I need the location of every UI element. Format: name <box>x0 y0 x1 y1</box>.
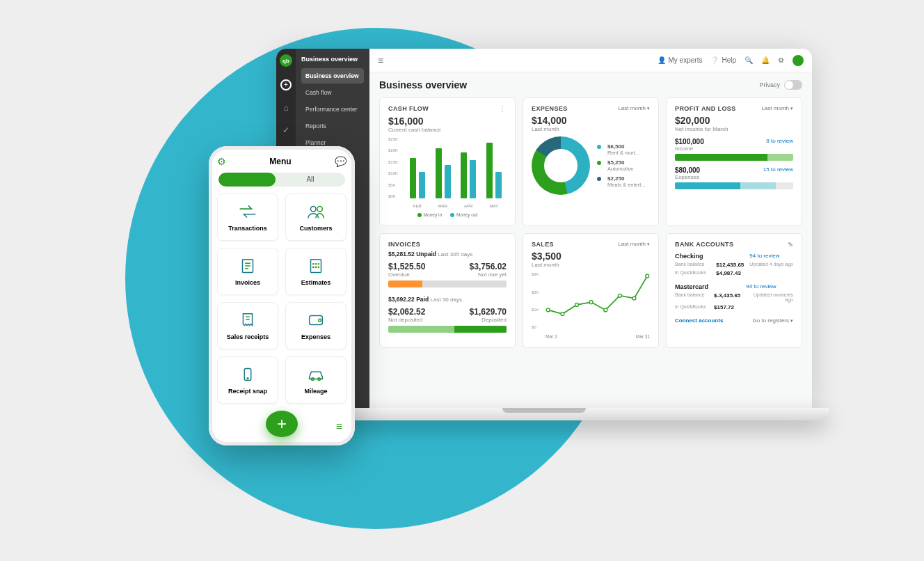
svg-point-19 <box>319 319 321 322</box>
svg-point-6 <box>632 297 636 300</box>
bank-account-mastercard[interactable]: Mastercard 94 to review Bank balance $-3… <box>675 283 793 310</box>
connect-accounts-link[interactable]: Connect accounts <box>675 317 723 324</box>
home-icon[interactable]: ⌂ <box>283 103 288 113</box>
card-expenses: EXPENSES Last month▾ $14,000 Last month … <box>523 97 659 226</box>
chevron-down-icon: ▾ <box>790 318 793 324</box>
nav-item-cash-flow[interactable]: Cash flow <box>301 85 364 100</box>
tile-expenses[interactable]: Expenses <box>285 302 346 349</box>
tile-invoices[interactable]: Invoices <box>217 248 278 295</box>
expenses-legend: $6,500Rent & mort... $5,250Automotive $2… <box>597 143 646 188</box>
menu-icon[interactable]: ≡ <box>336 420 342 433</box>
svg-point-8 <box>311 206 317 212</box>
tile-estimates[interactable]: Estimates <box>285 248 346 295</box>
check-icon[interactable]: ✓ <box>282 125 289 135</box>
search-icon[interactable]: 🔍 <box>744 56 753 64</box>
laptop: qb + ⌂ ✓ 🏛 ☰ ⋯ Business overview Busines… <box>276 49 833 420</box>
svg-point-15 <box>313 267 314 267</box>
svg-point-21 <box>247 378 248 379</box>
customers-icon <box>305 203 326 221</box>
help-link[interactable]: ❔ Help <box>710 56 736 64</box>
qb-logo-icon[interactable]: qb <box>280 54 292 67</box>
my-experts-link[interactable]: 👤 My experts <box>658 56 703 64</box>
chevron-down-icon: ▾ <box>790 106 793 111</box>
tile-mileage[interactable]: Mileage <box>285 356 346 404</box>
expenses-donut-chart <box>532 136 590 195</box>
mileage-icon <box>305 365 326 384</box>
filter-chip[interactable]: All <box>218 173 345 187</box>
avatar[interactable] <box>792 55 804 66</box>
go-to-registers-link[interactable]: Go to registers ▾ <box>753 317 793 324</box>
svg-point-13 <box>315 264 316 264</box>
fab-add-button[interactable]: + <box>266 411 298 437</box>
gear-icon[interactable]: ⚙ <box>778 56 784 64</box>
card-invoices: INVOICES $5,281.52 Unpaid Last 365 days … <box>379 233 516 348</box>
sales-amount: $3,500 <box>532 251 650 262</box>
svg-point-14 <box>318 264 319 264</box>
cash-flow-amount: $16,000 <box>388 116 507 127</box>
page-title: Business overview <box>379 79 467 90</box>
pl-amount: $20,000 <box>675 115 793 126</box>
card-menu-icon[interactable]: ⋮ <box>499 105 507 113</box>
hamburger-icon[interactable]: ≡ <box>378 55 383 66</box>
phone-title: Menu <box>269 157 291 166</box>
pl-sub: Net income for March <box>675 126 793 132</box>
card-profit-loss: PROFIT AND LOSS Last month▾ $20,000 Net … <box>666 97 802 226</box>
nav-item-performance-center[interactable]: Performance center <box>301 102 364 117</box>
quickbooks-app: qb + ⌂ ✓ 🏛 ☰ ⋯ Business overview Busines… <box>276 49 812 408</box>
nav-item-reports[interactable]: Reports <box>301 118 364 134</box>
invoices-title: INVOICES <box>388 241 420 248</box>
sales-period-dropdown[interactable]: Last month▾ <box>618 241 650 247</box>
nav-item-business-overview[interactable]: Business overview <box>301 68 364 84</box>
svg-point-5 <box>618 294 621 298</box>
sales-title: SALES <box>532 241 554 248</box>
pl-period-dropdown[interactable]: Last month▾ <box>761 105 793 111</box>
tile-sales-receipts[interactable]: Sales receipts <box>217 302 278 349</box>
bell-icon[interactable]: 🔔 <box>761 56 770 64</box>
gear-icon[interactable]: ⚙ <box>217 156 226 167</box>
content: Business overview Privacy CASH FLOW ⋮ <box>369 72 812 408</box>
laptop-screen: qb + ⌂ ✓ 🏛 ☰ ⋯ Business overview Busines… <box>276 49 812 408</box>
svg-point-0 <box>546 308 550 312</box>
transactions-icon <box>237 203 258 221</box>
tile-transactions[interactable]: Transactions <box>217 193 278 241</box>
cash-flow-chart: $25K $20K $15K $10K $5K $0K <box>388 137 507 211</box>
nav-header: Business overview <box>301 56 364 63</box>
svg-rect-11 <box>311 260 321 273</box>
svg-point-2 <box>575 303 579 307</box>
svg-point-7 <box>646 274 649 278</box>
phone: ⚙ Menu 💬 All Transactions Customers Invo… <box>209 146 355 445</box>
svg-point-17 <box>318 267 319 267</box>
expenses-period-dropdown[interactable]: Last month▾ <box>618 105 650 111</box>
privacy-label: Privacy <box>759 81 780 88</box>
cash-flow-title: CASH FLOW <box>388 105 429 112</box>
svg-point-9 <box>317 206 323 212</box>
bank-account-checking[interactable]: Checking 94 to review Bank balance $12,4… <box>675 253 793 276</box>
cash-flow-sub: Current cash balance <box>388 127 507 133</box>
expenses-amount: $14,000 <box>532 115 650 126</box>
expense-review-link[interactable]: 15 to review <box>763 166 793 174</box>
tile-customers[interactable]: Customers <box>285 193 346 241</box>
receipt-snap-icon <box>237 365 258 384</box>
svg-point-3 <box>589 301 593 304</box>
card-cash-flow: CASH FLOW ⋮ $16,000 Current cash balance… <box>379 97 516 226</box>
income-review-link[interactable]: 8 to review <box>766 138 793 145</box>
chevron-down-icon: ▾ <box>647 242 650 247</box>
card-bank-accounts: BANK ACCOUNTS ✎ Checking 94 to review Ba… <box>666 233 802 348</box>
pl-title: PROFIT AND LOSS <box>675 105 736 112</box>
expenses-sub: Last month <box>532 126 650 132</box>
new-transaction-button[interactable]: + <box>280 79 292 90</box>
svg-point-1 <box>561 313 564 316</box>
tile-receipt-snap[interactable]: Receipt snap <box>217 356 278 404</box>
bank-title: BANK ACCOUNTS <box>675 241 733 248</box>
privacy-toggle[interactable] <box>784 80 802 90</box>
help-icon: ❔ <box>710 56 719 64</box>
invoices-paid-bar <box>388 326 507 333</box>
invoices-unpaid-bar <box>388 280 507 287</box>
pencil-icon[interactable]: ✎ <box>788 241 793 248</box>
expenses-icon <box>305 311 326 329</box>
main-area: ≡ 👤 My experts ❔ Help 🔍 🔔 ⚙ <box>369 49 812 408</box>
top-bar: ≡ 👤 My experts ❔ Help 🔍 🔔 ⚙ <box>369 49 812 72</box>
chat-icon[interactable]: 💬 <box>335 156 346 167</box>
svg-point-4 <box>604 308 607 312</box>
person-icon: 👤 <box>658 56 666 64</box>
